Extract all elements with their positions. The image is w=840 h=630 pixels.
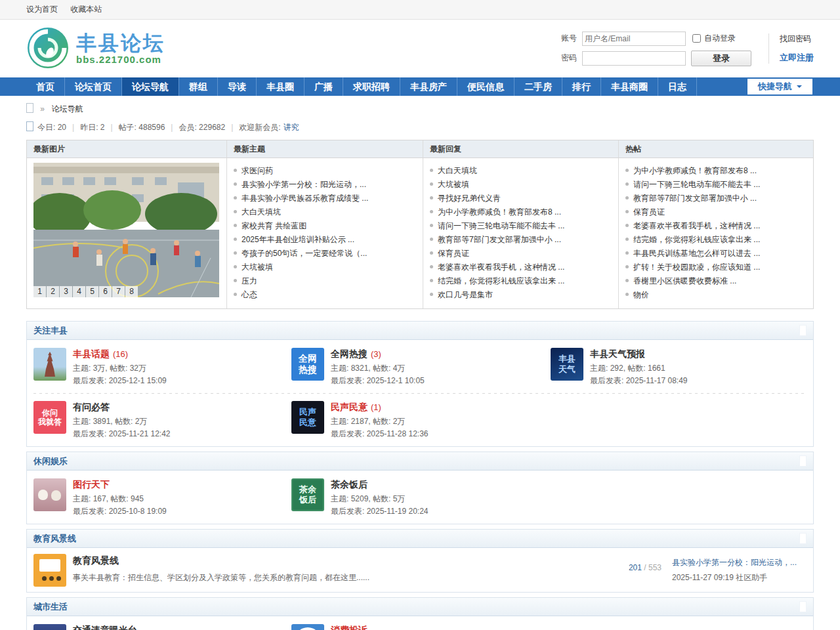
set-homepage-link[interactable]: 设为首页: [26, 5, 58, 14]
reply-link[interactable]: 结完婚，你觉得彩礼钱应该拿出来 ...: [438, 276, 564, 285]
reply-link[interactable]: 寻找好兄弟代义青: [438, 194, 501, 203]
photo-pager-button[interactable]: 7: [112, 286, 125, 297]
nav-link[interactable]: 广播: [304, 77, 343, 96]
hot-post-link[interactable]: 丰县民兵训练基地怎么样可以进去 ...: [633, 249, 760, 258]
forum-link[interactable]: 全网热搜: [331, 348, 368, 359]
account-input[interactable]: [582, 32, 686, 46]
forum-link[interactable]: 丰县天气预报: [590, 348, 645, 359]
site-logo[interactable]: 丰县论坛 bbs.221700.com: [26, 26, 165, 72]
nav-link[interactable]: 便民信息: [457, 77, 514, 96]
topic-link[interactable]: 大坑被填: [242, 262, 273, 272]
photo-pager-button[interactable]: 4: [73, 286, 85, 297]
forum-link[interactable]: 消费投诉: [331, 625, 368, 630]
collapse-icon[interactable]: [799, 601, 807, 612]
auto-login-option[interactable]: 自动登录: [691, 33, 759, 44]
stat-value: 今日: 20: [37, 123, 66, 132]
login-button[interactable]: 登录: [691, 51, 751, 66]
hot-post-link[interactable]: 保育员证: [633, 207, 665, 217]
photo-pager-button[interactable]: 5: [86, 286, 98, 297]
topic-link[interactable]: 夸孩子的50句话，一定要经常说（...: [242, 249, 367, 258]
nav-link[interactable]: 导读: [218, 77, 256, 96]
forum-link[interactable]: 民声民意: [331, 402, 368, 412]
nav-link[interactable]: 日志: [658, 77, 696, 96]
quick-nav-button[interactable]: 快捷导航: [747, 79, 812, 94]
nav-link[interactable]: 二手房: [514, 77, 562, 96]
nav-link[interactable]: 首页: [26, 77, 64, 96]
latest-photo[interactable]: 12345678: [33, 163, 219, 297]
forum-icon[interactable]: 丰县 天气: [551, 348, 583, 381]
forum-link[interactable]: 图行天下: [73, 479, 110, 490]
hot-post-link[interactable]: 物价: [633, 290, 649, 299]
hot-post-link[interactable]: 请问一下骑三轮电动车能不能去丰 ...: [633, 180, 760, 189]
nav-link[interactable]: 求职招聘: [343, 77, 400, 96]
new-member-link[interactable]: 讲究: [284, 123, 299, 132]
topic-link[interactable]: 丰县实验小学民族器乐教育成绩斐 ...: [242, 194, 368, 203]
nav-link[interactable]: 排行: [562, 77, 600, 96]
register-link[interactable]: 立即注册: [780, 52, 814, 64]
reply-link[interactable]: 大白天填坑: [438, 166, 477, 175]
photo-pager-button[interactable]: 6: [99, 286, 112, 297]
reply-link[interactable]: 欢口几号是集市: [438, 290, 493, 299]
section-title[interactable]: 教育风景线: [33, 533, 76, 545]
forum-icon[interactable]: 全网 热搜: [291, 348, 324, 381]
reply-link[interactable]: 大坑被填: [438, 180, 469, 189]
topic-link[interactable]: 求医问药: [242, 166, 273, 175]
topic-link[interactable]: 心态: [242, 290, 257, 299]
forum-icon[interactable]: 民声 民意: [291, 401, 324, 434]
lastpost-title-link[interactable]: 县实验小学第一分校：阳光运动，...: [672, 557, 807, 568]
photo-pager-button[interactable]: 3: [60, 286, 72, 297]
nav-link[interactable]: 丰县商圈: [601, 77, 658, 96]
forum-icon[interactable]: 你问 我就答: [33, 401, 66, 434]
section-title[interactable]: 休闲娱乐: [33, 455, 68, 467]
nav-link[interactable]: 群组: [179, 77, 217, 96]
forum-link[interactable]: 丰县话题: [73, 348, 110, 359]
reply-link[interactable]: 老婆喜欢半夜看我手机，这种情况 ...: [438, 262, 564, 272]
forum-link[interactable]: 茶余饭后: [331, 479, 368, 490]
home-icon[interactable]: [26, 103, 33, 113]
reply-link[interactable]: 请问一下骑三轮电动车能不能去丰 ...: [438, 221, 564, 230]
nav-link[interactable]: 丰县房产: [400, 77, 457, 96]
forum-icon[interactable]: [33, 554, 66, 587]
password-input[interactable]: [582, 51, 686, 66]
hot-post-link[interactable]: 老婆喜欢半夜看我手机，这种情况 ...: [633, 221, 760, 230]
topic-link[interactable]: 县实验小学第一分校：阳光运动，...: [242, 180, 366, 189]
reply-link[interactable]: 教育部等7部门发文部署加强中小 ...: [438, 235, 561, 244]
topic-link[interactable]: 家校共育 共绘蓝图: [242, 221, 306, 230]
reply-link[interactable]: 保育员证: [438, 249, 469, 258]
forum-icon[interactable]: [33, 348, 66, 381]
forgot-password-link[interactable]: 找回密码: [780, 33, 814, 45]
bullet-icon: [625, 279, 629, 282]
nav-link[interactable]: 论坛导航: [122, 77, 178, 96]
hot-post-link[interactable]: 香榭里小区供暖费收费标准 ...: [633, 276, 736, 285]
topic-link[interactable]: 大白天填坑: [242, 207, 281, 217]
collapse-icon[interactable]: [799, 455, 807, 467]
section-title[interactable]: 关注丰县: [33, 325, 68, 337]
forum-icon[interactable]: 茶余 饭后: [291, 478, 324, 511]
collapse-icon[interactable]: [799, 533, 807, 544]
hot-post-link[interactable]: 扩转！关于校园欺凌，你应该知道 ...: [633, 262, 760, 272]
photo-pager-button[interactable]: 2: [47, 286, 59, 297]
breadcrumb-current[interactable]: 论坛导航: [51, 104, 83, 114]
auto-login-checkbox[interactable]: [692, 34, 701, 43]
photo-pager-button[interactable]: 8: [125, 286, 138, 297]
nav-link[interactable]: 丰县圈: [257, 77, 304, 96]
forum-icon[interactable]: [33, 478, 66, 511]
collapse-icon[interactable]: [799, 325, 807, 336]
photo-pager-button[interactable]: 1: [33, 286, 46, 297]
hot-post-link[interactable]: 为中小学教师减负！教育部发布8 ...: [633, 166, 757, 175]
forum-icon[interactable]: 消费者: [291, 624, 324, 630]
topic-link[interactable]: 2025年丰县创业培训补贴公示 ...: [242, 235, 354, 244]
hot-post-link[interactable]: 教育部等7部门发文部署加强中小 ...: [633, 194, 757, 203]
nav-link[interactable]: 论坛首页: [65, 77, 121, 96]
list-item: 请问一下骑三轮电动车能不能去丰 ...: [423, 219, 618, 233]
reply-link[interactable]: 为中小学教师减负！教育部发布8 ...: [438, 207, 561, 217]
topic-link[interactable]: 压力: [242, 276, 257, 285]
forum-link[interactable]: 交通违章曝光台: [73, 625, 137, 630]
section-title[interactable]: 城市生活: [33, 601, 68, 613]
bookmark-site-link[interactable]: 收藏本站: [70, 5, 102, 14]
forum-link[interactable]: 教育风景线: [73, 555, 119, 566]
forum-icon[interactable]: [33, 624, 66, 630]
bullet-icon: [430, 182, 433, 186]
hot-post-link[interactable]: 结完婚，你觉得彩礼钱应该拿出来 ...: [633, 235, 760, 244]
forum-link[interactable]: 有问必答: [73, 402, 110, 412]
